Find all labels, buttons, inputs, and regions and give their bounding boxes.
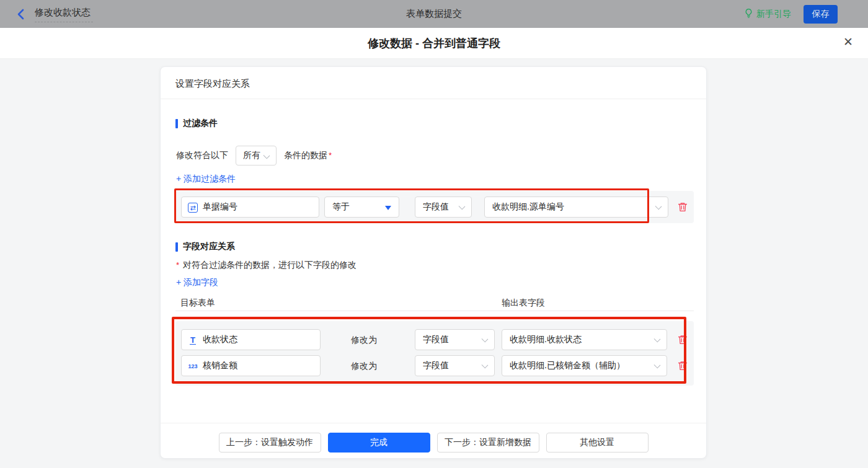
dialog-title: 修改数据 - 合并到普通字段 bbox=[368, 36, 500, 51]
dialog-titlebar: 修改数据 - 合并到普通字段 bbox=[0, 28, 868, 59]
mapping-section-title: 字段对应关系 bbox=[175, 241, 235, 252]
chevron-down-icon bbox=[654, 362, 661, 369]
beginner-guide-link[interactable]: 新手引导 bbox=[744, 0, 791, 28]
match-mode-select[interactable]: 所有 bbox=[236, 146, 277, 166]
section-accent-bar bbox=[175, 242, 178, 252]
prev-step-button[interactable]: 上一步：设置触发动作 bbox=[219, 433, 321, 453]
app-topbar: 修改收款状态 表单数据提交 新手引导 保存 bbox=[0, 0, 868, 28]
mapping-rows: T 收款状态 修改为 字段值 收款明细.收款状态 123 核销金额 修改为 字段… bbox=[175, 321, 694, 386]
guide-label: 新手引导 bbox=[756, 9, 791, 20]
mapping-value-select[interactable]: 收款明细.已核销金额（辅助） bbox=[502, 355, 667, 376]
filter-field-label: 单据编号 bbox=[203, 201, 237, 213]
required-mark: * bbox=[176, 260, 179, 270]
condition-prefix: 修改符合以下 bbox=[176, 150, 228, 161]
next-step-button[interactable]: 下一步：设置新增数据 bbox=[437, 433, 539, 453]
add-field-link[interactable]: + 添加字段 bbox=[176, 277, 218, 288]
filter-field-input[interactable]: ⇄ 单据编号 bbox=[181, 196, 319, 218]
lightbulb-icon bbox=[744, 8, 753, 20]
mapping-field-input[interactable]: 123 核销金额 bbox=[181, 355, 321, 376]
condition-line: 修改符合以下 所有 条件的数据* bbox=[176, 146, 332, 166]
mapping-description: *对符合过滤条件的数据，进行以下字段的修改 bbox=[176, 260, 356, 271]
section-accent-bar bbox=[175, 119, 178, 128]
number-field-icon: 123 bbox=[187, 361, 198, 372]
chevron-down-icon bbox=[482, 336, 489, 343]
close-icon[interactable]: ✕ bbox=[843, 36, 853, 48]
delete-mapping-icon[interactable] bbox=[677, 334, 688, 345]
divider bbox=[161, 423, 706, 423]
required-mark: * bbox=[329, 151, 332, 160]
page-title: 表单数据提交 bbox=[0, 0, 868, 28]
mapping-valuetype-select[interactable]: 字段值 bbox=[415, 355, 495, 376]
caret-down-icon bbox=[385, 206, 391, 210]
serial-field-icon: ⇄ bbox=[187, 202, 198, 213]
mapping-field-label: 核销金额 bbox=[203, 360, 237, 371]
chevron-down-icon bbox=[654, 336, 661, 343]
chevron-down-icon bbox=[655, 203, 662, 210]
column-header-output: 输出表字段 bbox=[502, 298, 545, 309]
divider bbox=[175, 311, 694, 311]
add-filter-condition-link[interactable]: + 添加过滤条件 bbox=[176, 174, 236, 185]
mapping-field-label: 收款状态 bbox=[203, 334, 237, 345]
modify-to-label: 修改为 bbox=[351, 355, 377, 376]
mapping-valuetype-select[interactable]: 字段值 bbox=[415, 329, 495, 350]
footer-buttons: 上一步：设置触发动作 完成 下一步：设置新增数据 其他设置 bbox=[161, 433, 706, 453]
done-button[interactable]: 完成 bbox=[328, 433, 430, 453]
filter-row: ⇄ 单据编号 等于 字段值 收款明细.源单编号 bbox=[175, 191, 694, 223]
filter-value-select[interactable]: 收款明细.源单编号 bbox=[484, 196, 668, 218]
chevron-down-icon bbox=[264, 152, 270, 159]
delete-filter-icon[interactable] bbox=[677, 201, 688, 213]
field-mapping-card: 设置字段对应关系 过滤条件 修改符合以下 所有 条件的数据* + 添加过滤条件 … bbox=[160, 66, 707, 459]
condition-suffix: 条件的数据* bbox=[284, 150, 332, 161]
other-settings-button[interactable]: 其他设置 bbox=[546, 433, 649, 453]
card-header: 设置字段对应关系 bbox=[175, 78, 250, 90]
delete-mapping-icon[interactable] bbox=[677, 360, 688, 371]
filter-section-title: 过滤条件 bbox=[175, 118, 218, 129]
chevron-down-icon bbox=[459, 203, 466, 210]
mapping-field-input[interactable]: T 收款状态 bbox=[181, 329, 321, 350]
chevron-down-icon bbox=[482, 362, 489, 369]
text-field-icon: T bbox=[187, 335, 198, 346]
divider bbox=[161, 99, 706, 99]
filter-valuetype-select[interactable]: 字段值 bbox=[415, 196, 472, 218]
modify-to-label: 修改为 bbox=[351, 329, 377, 350]
save-button[interactable]: 保存 bbox=[804, 5, 838, 24]
column-header-target: 目标表单 bbox=[180, 298, 215, 309]
mapping-value-select[interactable]: 收款明细.收款状态 bbox=[502, 329, 667, 350]
filter-operator-select[interactable]: 等于 bbox=[324, 196, 399, 218]
